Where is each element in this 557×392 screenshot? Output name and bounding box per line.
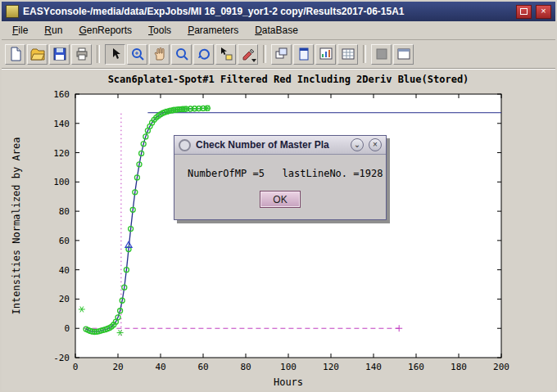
save-button[interactable] [49, 44, 70, 65]
zoom-tool-icon [174, 47, 189, 61]
select-cursor-icon [108, 47, 123, 61]
save-floppy-icon [52, 47, 67, 61]
svg-text:0: 0 [64, 323, 70, 334]
menu-file[interactable]: File [5, 23, 35, 38]
pan-hand-button[interactable] [149, 44, 170, 65]
maximize-icon [520, 8, 528, 15]
dialog-title-bar[interactable]: Check Number of Master Pla ⌄ × [174, 136, 386, 155]
new-document-icon [8, 47, 23, 61]
new-document-button[interactable] [5, 44, 25, 65]
svg-text:200: 200 [493, 362, 509, 372]
svg-text:80: 80 [240, 362, 251, 372]
brush-dropdown-icon[interactable] [251, 59, 256, 62]
data-cursor-button[interactable] [215, 44, 236, 65]
menu-bar: File Run GenReports Tools Parameters Dat… [2, 21, 555, 40]
svg-text:160: 160 [408, 362, 424, 372]
svg-text:-20: -20 [53, 353, 70, 363]
window-layout-button[interactable] [393, 44, 414, 65]
svg-text:40: 40 [59, 265, 70, 276]
svg-text:160: 160 [53, 89, 70, 100]
data-cursor-icon [219, 47, 233, 61]
select-cursor-button[interactable] [105, 44, 125, 65]
svg-text:140: 140 [53, 119, 70, 129]
rotate-3d-button[interactable] [193, 44, 214, 65]
svg-text:100: 100 [53, 177, 70, 187]
toolbar [2, 40, 555, 69]
menu-parameters[interactable]: Parameters [180, 23, 246, 38]
dialog-collapse-button[interactable]: ⌄ [351, 138, 364, 151]
toolbar-separator [263, 45, 266, 63]
stop-button[interactable] [371, 44, 392, 65]
svg-text:120: 120 [53, 148, 70, 159]
zoom-tool-button[interactable] [171, 44, 192, 65]
highlight-brush-button[interactable] [238, 44, 258, 65]
zoom-in-icon [130, 47, 145, 61]
open-folder-icon [30, 47, 45, 61]
print-button[interactable] [71, 44, 92, 65]
dialog-message: NumberOfMP =5 lastLineNo. =1928 [184, 168, 376, 179]
plot-browser-icon [319, 47, 333, 61]
dialog-icon [179, 139, 191, 151]
toolbar-separator [363, 45, 366, 63]
window-layout-icon [396, 47, 411, 61]
copy-figure-icon [274, 47, 289, 61]
chart-canvas: 020406080100120140160180200-200204060801… [2, 70, 555, 392]
svg-text:40: 40 [155, 362, 165, 372]
svg-text:Hours: Hours [274, 376, 303, 388]
dialog-body: NumberOfMP =5 lastLineNo. =1928 OK [174, 155, 386, 219]
toolbar-separator [97, 45, 100, 63]
menu-run[interactable]: Run [37, 23, 70, 38]
rotate-3d-icon [197, 47, 211, 61]
copy-figure-button[interactable] [271, 44, 292, 65]
menu-database[interactable]: DataBase [247, 23, 306, 38]
svg-text:60: 60 [59, 236, 70, 246]
title-bar: EASYconsole-/media/data/ExpJobs/MI 16_09… [2, 2, 555, 21]
ok-button[interactable]: OK [260, 191, 301, 208]
dialog-title: Check Number of Master Pla [196, 139, 346, 151]
pan-hand-icon [152, 47, 167, 61]
svg-text:180: 180 [451, 362, 467, 372]
print-icon [75, 47, 89, 61]
property-grid-button[interactable] [337, 44, 358, 65]
figure-area: 020406080100120140160180200-200204060801… [2, 69, 555, 392]
svg-text:60: 60 [197, 362, 208, 372]
svg-text:0: 0 [73, 362, 79, 372]
menu-genreports[interactable]: GenReports [71, 23, 139, 38]
open-file-button[interactable] [27, 44, 48, 65]
zoom-in-button[interactable] [127, 44, 147, 65]
new-figure-icon [297, 47, 311, 61]
menu-tools[interactable]: Tools [141, 23, 179, 38]
svg-text:140: 140 [365, 362, 382, 372]
svg-text:20: 20 [59, 294, 70, 304]
stop-icon [374, 47, 389, 61]
svg-text:100: 100 [280, 362, 297, 372]
svg-text:120: 120 [323, 362, 339, 372]
app-window: EASYconsole-/media/data/ExpJobs/MI 16_09… [0, 0, 557, 392]
property-grid-icon [341, 47, 355, 61]
new-figure-button[interactable] [293, 44, 314, 65]
svg-text:80: 80 [59, 206, 70, 217]
window-title: EASYconsole-/media/data/ExpJobs/MI 16_09… [23, 6, 512, 17]
svg-text:Intensities Normalized by Area: Intensities Normalized by Area [11, 137, 22, 315]
app-icon [6, 5, 19, 18]
svg-text:20: 20 [112, 362, 123, 372]
close-button[interactable]: × [536, 5, 551, 19]
plot-browser-button[interactable] [315, 44, 336, 65]
maximize-button[interactable] [516, 5, 532, 19]
svg-text:Scan6plate1-Spot#1 Filtered Re: Scan6plate1-Spot#1 Filtered Red Includin… [108, 74, 469, 85]
check-master-plates-dialog: Check Number of Master Pla ⌄ × NumberOfM… [174, 135, 387, 220]
dialog-close-button[interactable]: × [369, 138, 382, 151]
